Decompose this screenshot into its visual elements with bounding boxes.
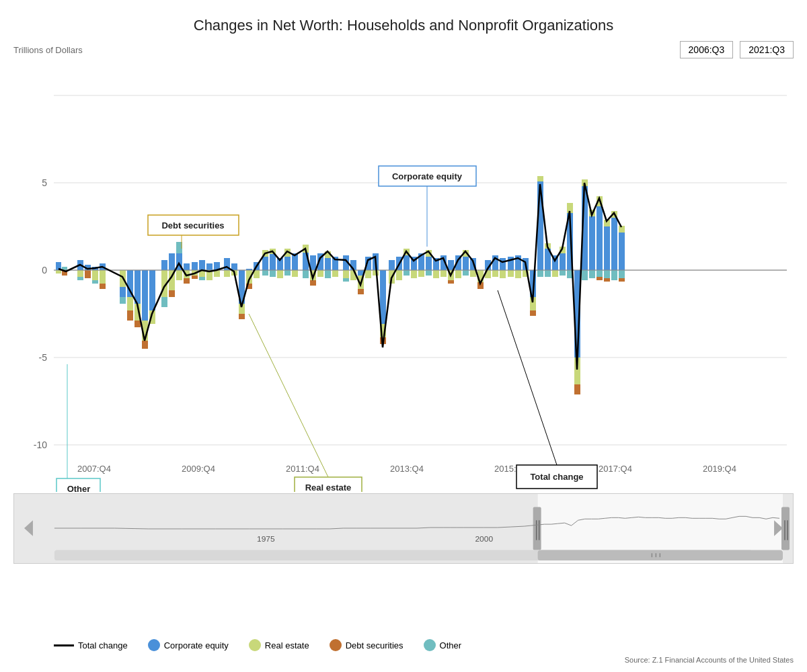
legend-label-debt-securities: Debt securities xyxy=(346,640,404,650)
svg-rect-24 xyxy=(85,270,91,278)
date-buttons-container: 2006:Q3 2021:Q3 xyxy=(680,41,794,58)
svg-text:Debt securities: Debt securities xyxy=(161,220,224,230)
svg-rect-140 xyxy=(448,280,454,284)
svg-rect-57 xyxy=(192,262,198,270)
chart-title: Changes in Net Worth: Households and Non… xyxy=(13,7,794,41)
svg-rect-196 xyxy=(611,218,617,270)
svg-text:0: 0 xyxy=(42,265,47,276)
svg-line-218 xyxy=(498,290,557,465)
svg-text:2017:Q4: 2017:Q4 xyxy=(599,464,632,474)
svg-rect-202 xyxy=(619,278,625,282)
svg-rect-48 xyxy=(169,253,175,270)
svg-text:-5: -5 xyxy=(39,352,48,363)
svg-text:-10: -10 xyxy=(34,439,47,450)
mini-chart-svg: 1975 2000 xyxy=(13,493,794,564)
svg-rect-112 xyxy=(358,289,364,294)
chart-area: 5 0 -5 -10 2007:Q4 2009:Q4 2011:Q4 2013:… xyxy=(13,62,794,631)
svg-rect-34 xyxy=(127,270,133,297)
svg-rect-99 xyxy=(317,270,323,277)
legend-debt-securities: Debt securities xyxy=(330,639,404,651)
svg-rect-131 xyxy=(426,257,432,270)
svg-rect-27 xyxy=(92,280,98,284)
svg-rect-26 xyxy=(92,270,98,280)
legend-line-total-change xyxy=(54,644,74,646)
svg-rect-184 xyxy=(582,270,588,280)
svg-rect-21 xyxy=(77,270,83,277)
svg-rect-130 xyxy=(418,270,424,277)
svg-text:2007:Q4: 2007:Q4 xyxy=(77,464,111,474)
svg-text:5: 5 xyxy=(42,177,47,188)
svg-rect-45 xyxy=(161,260,167,270)
svg-rect-201 xyxy=(619,270,625,278)
svg-rect-86 xyxy=(277,270,283,278)
svg-text:Real estate: Real estate xyxy=(305,482,352,492)
svg-rect-94 xyxy=(303,270,309,278)
svg-rect-135 xyxy=(433,270,439,278)
svg-rect-172 xyxy=(552,270,558,277)
svg-rect-39 xyxy=(134,321,141,327)
svg-rect-89 xyxy=(284,270,291,276)
svg-line-215 xyxy=(249,314,328,477)
legend-label-real-estate: Real estate xyxy=(265,640,309,650)
svg-rect-68 xyxy=(224,270,230,277)
svg-rect-59 xyxy=(192,276,198,279)
date-button-start[interactable]: 2006:Q3 xyxy=(680,41,734,58)
svg-rect-187 xyxy=(589,270,595,278)
legend-color-corporate-equity xyxy=(148,639,160,651)
svg-rect-145 xyxy=(463,270,469,276)
svg-rect-221 xyxy=(533,507,541,550)
svg-rect-194 xyxy=(604,270,610,278)
svg-rect-123 xyxy=(396,270,402,280)
svg-rect-63 xyxy=(206,263,213,270)
legend-color-other xyxy=(424,639,436,651)
legend-label-other: Other xyxy=(440,640,462,650)
svg-rect-17 xyxy=(56,270,61,274)
svg-rect-137 xyxy=(440,270,447,277)
svg-rect-29 xyxy=(100,270,106,284)
svg-rect-47 xyxy=(161,297,167,307)
svg-rect-154 xyxy=(500,258,506,270)
legend-total-change: Total change xyxy=(54,640,128,650)
svg-text:Corporate equity: Corporate equity xyxy=(392,171,463,181)
axis-label: Trillions of Dollars xyxy=(13,45,83,55)
svg-rect-100 xyxy=(325,258,331,270)
legend-color-real-estate xyxy=(249,639,261,651)
legend-label-corporate-equity: Corporate equity xyxy=(164,640,229,650)
svg-rect-87 xyxy=(284,257,291,270)
svg-rect-120 xyxy=(389,260,395,270)
svg-rect-175 xyxy=(560,270,566,276)
svg-rect-69 xyxy=(231,263,237,270)
svg-rect-62 xyxy=(199,277,205,280)
svg-text:2009:Q4: 2009:Q4 xyxy=(182,464,215,474)
svg-text:2019:Q4: 2019:Q4 xyxy=(703,464,736,474)
svg-rect-167 xyxy=(537,270,543,277)
svg-rect-106 xyxy=(343,270,349,278)
svg-rect-32 xyxy=(120,287,126,297)
svg-rect-124 xyxy=(404,255,410,270)
svg-rect-185 xyxy=(589,216,595,270)
date-button-end[interactable]: 2021:Q3 xyxy=(740,41,794,58)
main-chart-svg: 5 0 -5 -10 2007:Q4 2009:Q4 2011:Q4 2013:… xyxy=(13,62,794,492)
svg-rect-147 xyxy=(470,270,476,277)
legend-corporate-equity: Corporate equity xyxy=(148,639,229,651)
svg-rect-43 xyxy=(149,270,155,310)
svg-rect-35 xyxy=(127,297,133,310)
svg-rect-102 xyxy=(325,270,331,278)
svg-rect-40 xyxy=(142,270,148,321)
svg-rect-50 xyxy=(169,290,175,297)
svg-rect-60 xyxy=(199,260,205,270)
svg-rect-33 xyxy=(120,297,126,304)
svg-rect-199 xyxy=(619,233,625,270)
legend-label-total-change: Total change xyxy=(78,640,128,650)
svg-rect-126 xyxy=(404,270,410,276)
svg-rect-195 xyxy=(604,278,610,282)
svg-rect-107 xyxy=(343,278,349,282)
svg-rect-192 xyxy=(604,226,610,270)
svg-rect-173 xyxy=(560,253,566,270)
svg-rect-79 xyxy=(262,257,268,270)
svg-rect-142 xyxy=(455,270,461,278)
legend-color-debt-securities xyxy=(330,639,342,651)
svg-rect-224 xyxy=(781,507,790,550)
svg-rect-159 xyxy=(515,270,521,278)
svg-rect-143 xyxy=(463,257,469,270)
